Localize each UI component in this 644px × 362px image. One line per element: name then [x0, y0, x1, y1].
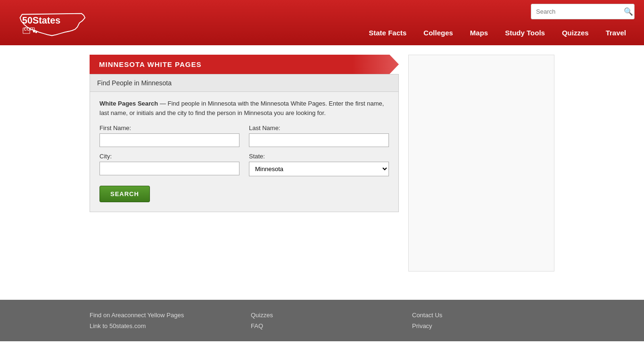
nav-colleges[interactable]: Colleges	[415, 24, 462, 41]
footer-col-3: Contact Us Privacy	[412, 312, 554, 329]
footer-link-contact[interactable]: Contact Us	[412, 312, 554, 319]
footer-col-1: Find on Areaconnect Yellow Pages Link to…	[90, 312, 232, 329]
site-logo[interactable]: 50States .com	[9, 5, 94, 41]
last-name-input[interactable]	[249, 133, 389, 147]
first-name-group: First Name:	[99, 124, 239, 147]
svg-text:50States: 50States	[22, 15, 60, 25]
search-bar[interactable]: 🔍	[531, 4, 635, 19]
navigation-bar: State Facts Colleges Maps Study Tools Qu…	[360, 24, 635, 41]
content-area: MINNESOTA WHITE PAGES Find People in Min…	[0, 45, 644, 281]
footer-col-2: Quizzes FAQ	[251, 312, 393, 329]
nav-state-facts[interactable]: State Facts	[360, 24, 415, 41]
footer-link-50states[interactable]: Link to 50states.com	[90, 322, 232, 329]
site-header: 50States .com 🔍 State Facts Colleges Map…	[0, 0, 644, 45]
logo-area: 50States .com	[9, 5, 94, 41]
search-people-button[interactable]: SEARCH	[99, 186, 150, 202]
city-input[interactable]	[99, 162, 239, 175]
last-name-group: Last Name:	[249, 124, 389, 147]
location-fields-row: City: State: AlabamaAlaskaArizonaArkansa…	[99, 153, 389, 176]
nav-travel[interactable]: Travel	[597, 24, 635, 41]
footer-link-areaconnect[interactable]: Find on Areaconnect Yellow Pages	[90, 312, 232, 319]
sidebar-ad-area	[408, 55, 554, 272]
svg-text:.com: .com	[22, 25, 35, 32]
nav-study-tools[interactable]: Study Tools	[496, 24, 553, 41]
state-select[interactable]: AlabamaAlaskaArizonaArkansasCaliforniaCo…	[249, 162, 389, 176]
state-group: State: AlabamaAlaskaArizonaArkansasCalif…	[249, 153, 389, 176]
last-name-label: Last Name:	[249, 124, 389, 132]
form-body: White Pages Search — Find people in Minn…	[90, 92, 398, 212]
header-right: 🔍 State Facts Colleges Maps Study Tools …	[360, 4, 635, 41]
search-input[interactable]	[531, 5, 620, 18]
name-fields-row: First Name: Last Name:	[99, 124, 389, 147]
city-group: City:	[99, 153, 239, 176]
main-panel: MINNESOTA WHITE PAGES Find People in Min…	[90, 55, 399, 272]
footer-link-privacy[interactable]: Privacy	[412, 322, 554, 329]
page-title: MINNESOTA WHITE PAGES	[99, 60, 201, 68]
footer-link-quizzes[interactable]: Quizzes	[251, 312, 393, 319]
city-label: City:	[99, 153, 239, 160]
page-title-banner: MINNESOTA WHITE PAGES	[90, 55, 399, 74]
white-pages-form-container: Find People in Minnesota White Pages Sea…	[90, 74, 399, 212]
footer-link-faq[interactable]: FAQ	[251, 322, 393, 329]
nav-maps[interactable]: Maps	[462, 24, 496, 41]
first-name-label: First Name:	[99, 124, 239, 132]
state-label: State:	[249, 153, 389, 160]
site-footer: Find on Areaconnect Yellow Pages Link to…	[0, 300, 644, 341]
description-bold: White Pages Search	[99, 100, 158, 107]
svg-point-1	[35, 31, 37, 33]
search-submit-button[interactable]: 🔍	[620, 4, 635, 19]
description-text: White Pages Search — Find people in Minn…	[99, 99, 389, 117]
form-header-text: Find People in Minnesota	[97, 79, 172, 87]
form-header: Find People in Minnesota	[90, 74, 398, 92]
nav-quizzes[interactable]: Quizzes	[553, 24, 597, 41]
first-name-input[interactable]	[99, 133, 239, 147]
